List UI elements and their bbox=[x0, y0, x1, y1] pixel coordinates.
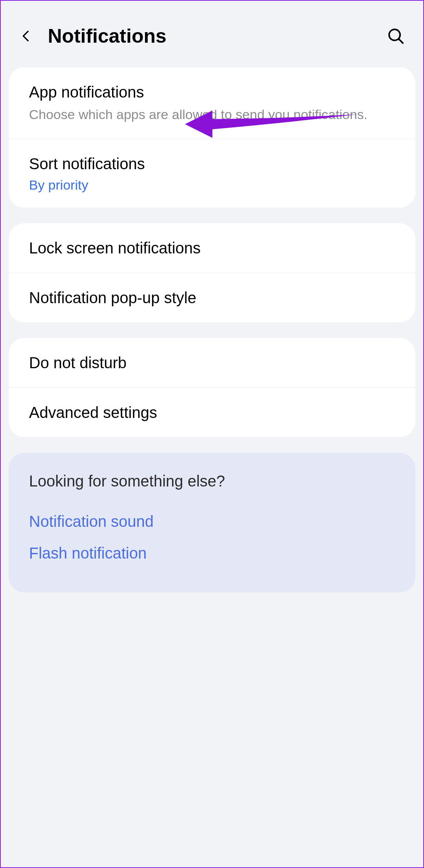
header: Notifications bbox=[9, 1, 415, 67]
row-title: Do not disturb bbox=[29, 353, 395, 373]
notification-popup-style-row[interactable]: Notification pop-up style bbox=[9, 273, 415, 322]
search-icon bbox=[386, 27, 405, 45]
row-subtitle: Choose which apps are allowed to send yo… bbox=[29, 106, 395, 124]
lock-screen-notifications-row[interactable]: Lock screen notifications bbox=[9, 223, 415, 273]
row-title: Notification pop-up style bbox=[29, 288, 395, 307]
settings-group-1: App notifications Choose which apps are … bbox=[9, 67, 415, 208]
settings-group-2: Lock screen notifications Notification p… bbox=[9, 223, 415, 322]
row-title: Lock screen notifications bbox=[29, 238, 395, 258]
row-title: Sort notifications bbox=[29, 154, 395, 174]
sort-notifications-row[interactable]: Sort notifications By priority bbox=[9, 139, 415, 208]
page-title: Notifications bbox=[48, 25, 372, 47]
flash-notification-link[interactable]: Flash notification bbox=[29, 537, 395, 569]
search-button[interactable] bbox=[384, 24, 408, 48]
app-notifications-row[interactable]: App notifications Choose which apps are … bbox=[9, 67, 415, 139]
notification-sound-link[interactable]: Notification sound bbox=[29, 506, 395, 537]
settings-group-3: Do not disturb Advanced settings bbox=[9, 338, 415, 437]
advanced-settings-row[interactable]: Advanced settings bbox=[9, 387, 415, 437]
chevron-left-icon bbox=[19, 29, 33, 43]
looking-for-title: Looking for something else? bbox=[29, 472, 395, 490]
do-not-disturb-row[interactable]: Do not disturb bbox=[9, 338, 415, 387]
svg-line-1 bbox=[399, 39, 403, 43]
row-title: Advanced settings bbox=[29, 403, 395, 422]
back-button[interactable] bbox=[16, 26, 36, 46]
looking-for-card: Looking for something else? Notification… bbox=[9, 453, 415, 593]
row-title: App notifications bbox=[29, 82, 395, 102]
row-value: By priority bbox=[29, 177, 395, 193]
